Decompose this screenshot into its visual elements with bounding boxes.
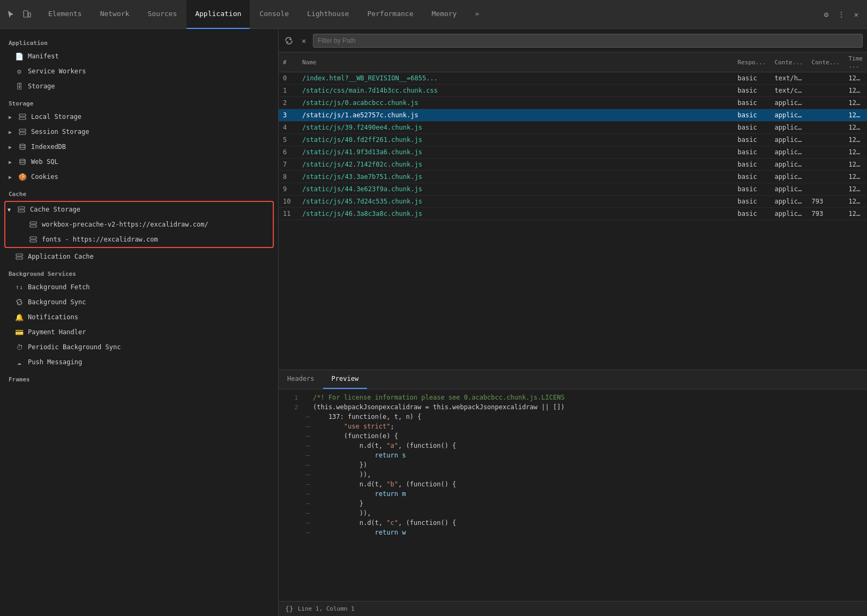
code-line: – }) <box>279 461 867 471</box>
code-line: – return m <box>279 490 867 500</box>
sidebar-item-service-workers[interactable]: ⚙ Service Workers <box>0 64 278 79</box>
svg-rect-14 <box>16 254 23 256</box>
sidebar-item-payment-handler[interactable]: 💳 Payment Handler <box>0 325 278 340</box>
sidebar-item-web-sql[interactable]: ▶ Web SQL <box>0 154 278 169</box>
line-number <box>283 500 298 500</box>
cell-content1: applic... <box>771 171 808 183</box>
status-text: Line 1, Column 1 <box>298 605 355 612</box>
table-row[interactable]: 1 /static/css/main.7d14b3cc.chunk.css ba… <box>279 85 867 97</box>
code-text: n.d(t, "c", (function() { <box>313 519 863 527</box>
notifications-icon: 🔔 <box>15 313 24 321</box>
tab-elements[interactable]: Elements <box>40 0 91 29</box>
sidebar-item-push-messaging[interactable]: ☁ Push Messaging <box>0 355 278 370</box>
close-devtools-icon[interactable]: ✕ <box>850 8 863 21</box>
sidebar-item-local-storage[interactable]: ▶ Local Storage <box>0 109 278 124</box>
svg-rect-11 <box>30 225 36 227</box>
sidebar-item-cache-storage[interactable]: ▼ Cache Storage <box>5 202 273 217</box>
table-row[interactable]: 7 /static/js/42.7142f02c.chunk.js basic … <box>279 159 867 171</box>
col-header-content2: Conte... <box>808 52 844 72</box>
table-row[interactable]: 10 /static/js/45.7d24c535.chunk.js basic… <box>279 196 867 208</box>
table-row[interactable]: 6 /static/js/41.9f3d13a6.chunk.js basic … <box>279 146 867 159</box>
sidebar-item-storage[interactable]: 🗄 Storage <box>0 79 278 94</box>
code-text: "use strict"; <box>313 423 863 430</box>
sidebar-item-fonts[interactable]: fonts - https://excalidraw.com <box>5 232 273 247</box>
cell-num: 1 <box>279 85 298 97</box>
cell-num: 9 <box>279 183 298 196</box>
sidebar-item-bg-fetch[interactable]: ↑↓ Background Fetch <box>0 280 278 295</box>
tab-network[interactable]: Network <box>92 0 138 29</box>
preview-tabs: Headers Preview <box>279 370 867 389</box>
cell-content1: applic... <box>771 134 808 146</box>
cell-content2 <box>808 159 844 171</box>
clear-icon[interactable]: ✕ <box>298 35 310 47</box>
cell-name: /static/js/43.3ae7b751.chunk.js <box>298 171 734 183</box>
cell-content1: applic... <box>771 122 808 134</box>
cell-content1: applic... <box>771 146 808 159</box>
expand-icon: ▶ <box>9 144 12 150</box>
table-row[interactable]: 3 /static/js/1.ae52757c.chunk.js basic a… <box>279 109 867 122</box>
settings-icon[interactable]: ⚙ <box>820 8 833 21</box>
line-dash: – <box>304 519 311 527</box>
code-line: – n.d(t, "c", (function() { <box>279 519 867 529</box>
line-number <box>283 413 298 414</box>
cell-name: /static/js/40.fd2ff261.chunk.js <box>298 134 734 146</box>
service-workers-icon: ⚙ <box>15 67 24 76</box>
sidebar-item-notifications[interactable]: 🔔 Notifications <box>0 310 278 325</box>
code-line: – return s <box>279 452 867 461</box>
tab-lighthouse[interactable]: Lighthouse <box>298 0 357 29</box>
code-line: – "use strict"; <box>279 423 867 432</box>
code-text: n.d(t, "a", (function() { <box>313 442 863 449</box>
cache-section-label: Cache <box>0 184 278 200</box>
table-row[interactable]: 0 /index.html?__WB_REVISION__=6855... ba… <box>279 72 867 85</box>
tab-console[interactable]: Console <box>251 0 297 29</box>
push-icon: ☁ <box>15 358 24 366</box>
sidebar-item-bg-sync[interactable]: Background Sync <box>0 295 278 310</box>
cursor-icon[interactable] <box>4 8 17 21</box>
cell-response: basic <box>734 122 771 134</box>
sidebar-item-cookies[interactable]: ▶ 🍪 Cookies <box>0 169 278 184</box>
svg-rect-2 <box>19 114 26 116</box>
svg-rect-5 <box>19 132 26 134</box>
tab-headers[interactable]: Headers <box>279 370 323 389</box>
sidebar-item-periodic-sync[interactable]: ⏱ Periodic Background Sync <box>0 340 278 355</box>
tab-preview[interactable]: Preview <box>323 370 368 389</box>
code-text: return m <box>313 490 863 498</box>
main-layout: Application 📄 Manifest ⚙ Service Workers… <box>0 29 867 616</box>
cell-name: /static/js/1.ae52757c.chunk.js <box>298 109 734 122</box>
cookies-icon: 🍪 <box>18 172 27 181</box>
table-row[interactable]: 9 /static/js/44.3e623f9a.chunk.js basic … <box>279 183 867 196</box>
tab-application[interactable]: Application <box>186 0 250 29</box>
bg-services-section-label: Background Services <box>0 264 278 280</box>
code-line: – n.d(t, "b", (function() { <box>279 480 867 490</box>
table-row[interactable]: 4 /static/js/39.f2490ee4.chunk.js basic … <box>279 122 867 134</box>
col-header-content1: Conte... <box>771 52 808 72</box>
sidebar-item-manifest[interactable]: 📄 Manifest <box>0 49 278 64</box>
svg-rect-9 <box>18 210 25 212</box>
code-line: – )), <box>279 471 867 480</box>
tab-memory[interactable]: Memory <box>423 0 465 29</box>
tab-performance[interactable]: Performance <box>358 0 422 29</box>
sidebar-item-indexeddb[interactable]: ▶ IndexedDB <box>0 139 278 154</box>
indexeddb-icon <box>18 142 27 151</box>
table-row[interactable]: 8 /static/js/43.3ae7b751.chunk.js basic … <box>279 171 867 183</box>
fonts-label: fonts - https://excalidraw.com <box>42 236 158 243</box>
cell-time: 12/15/. <box>844 146 868 159</box>
cell-name: /static/js/0.acabcbcc.chunk.js <box>298 97 734 109</box>
table-row[interactable]: 5 /static/js/40.fd2ff261.chunk.js basic … <box>279 134 867 146</box>
tab-more[interactable]: » <box>466 0 488 29</box>
col-header-time: Time ... <box>844 52 868 72</box>
cell-response: basic <box>734 183 771 196</box>
cell-num: 8 <box>279 171 298 183</box>
refresh-icon[interactable] <box>283 35 295 47</box>
filter-input[interactable] <box>313 34 863 48</box>
table-row[interactable]: 11 /static/js/46.3a8c3a8c.chunk.js basic… <box>279 208 867 220</box>
more-options-icon[interactable]: ⋮ <box>835 8 848 21</box>
line-number <box>283 529 298 529</box>
sidebar-item-workbox[interactable]: workbox-precache-v2-https://excalidraw.c… <box>5 217 273 232</box>
cell-content2: 793 <box>808 196 844 208</box>
table-row[interactable]: 2 /static/js/0.acabcbcc.chunk.js basic a… <box>279 97 867 109</box>
tab-sources[interactable]: Sources <box>139 0 185 29</box>
sidebar-item-app-cache[interactable]: Application Cache <box>0 249 278 264</box>
sidebar-item-session-storage[interactable]: ▶ Session Storage <box>0 124 278 139</box>
device-icon[interactable] <box>20 8 33 21</box>
